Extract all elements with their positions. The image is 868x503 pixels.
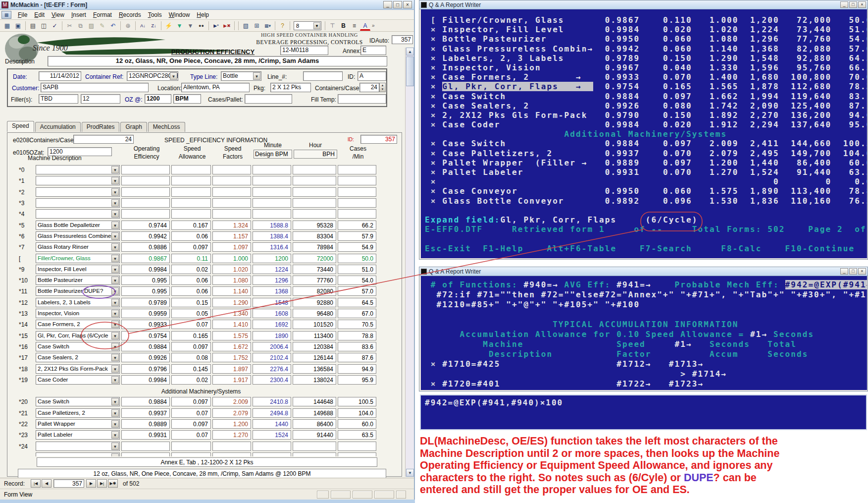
machine-desc-combo[interactable]: ▼: [36, 165, 120, 174]
maximize-button[interactable]: □: [393, 1, 402, 8]
tab-graph[interactable]: Graph: [120, 122, 147, 132]
cell-bpm[interactable]: 1440: [253, 419, 291, 429]
cell-bpm[interactable]: [253, 187, 291, 197]
cell-oe[interactable]: 0.9884: [121, 342, 170, 351]
cell-cpm[interactable]: 104.0: [338, 408, 376, 418]
cell-bpm[interactable]: 1316.4: [253, 242, 291, 252]
cell-cpm[interactable]: 94.9: [338, 364, 376, 374]
menu-records[interactable]: Records: [115, 10, 145, 19]
machine-desc-combo[interactable]: ▼: [36, 176, 120, 185]
cell-oe[interactable]: [121, 209, 170, 219]
cell-bpm[interactable]: 1588.8: [253, 221, 291, 230]
cell-sf[interactable]: 1.270: [212, 430, 251, 440]
cell-oe[interactable]: 0.9889: [121, 419, 170, 429]
chevron-down-icon[interactable]: ▼: [111, 243, 119, 251]
chevron-down-icon[interactable]: ▼: [111, 287, 119, 295]
cell-cpm[interactable]: 87.6: [338, 353, 376, 362]
cell-bph[interactable]: 126144: [293, 353, 336, 362]
machine-desc-combo[interactable]: ▼: [36, 187, 120, 197]
spelling-icon[interactable]: ✓: [50, 21, 60, 31]
close-button[interactable]: ×: [858, 1, 866, 8]
font-color-icon[interactable]: A: [360, 21, 370, 31]
help-icon[interactable]: ?: [277, 21, 288, 31]
cell-cpm[interactable]: 50.0: [338, 254, 376, 263]
cell-oe[interactable]: [121, 198, 170, 208]
properties-icon[interactable]: ▧: [241, 21, 251, 31]
first-record-button[interactable]: |◀: [31, 479, 41, 488]
center-icon[interactable]: ≡: [349, 21, 359, 31]
speed-id-field[interactable]: 357: [360, 135, 397, 144]
id-field[interactable]: A: [357, 71, 386, 81]
cell-bph[interactable]: [293, 452, 336, 456]
cell-sf[interactable]: 1.897: [212, 364, 251, 374]
chevron-down-icon[interactable]: ▼: [111, 365, 119, 373]
cell-sa[interactable]: 0.097: [171, 342, 211, 351]
title-bar[interactable]: M McMackin - [tE-EFF : Form] _ □ ×: [0, 0, 414, 10]
type-line-combo[interactable]: Bottle▼: [221, 71, 261, 81]
cell-sf[interactable]: 1.140: [212, 286, 251, 296]
cell-bpm[interactable]: 2410.8: [253, 397, 291, 406]
cell-oe[interactable]: [121, 442, 170, 451]
chevron-down-icon[interactable]: ▼: [111, 310, 119, 317]
cell-sa[interactable]: [171, 165, 211, 174]
cell-oe[interactable]: [121, 187, 170, 197]
cell-oe[interactable]: 0.9942: [121, 231, 170, 241]
chevron-down-icon[interactable]: ▼: [111, 398, 119, 405]
cell-bph[interactable]: 78984: [293, 242, 336, 252]
cell-bpm[interactable]: 1296: [253, 276, 291, 285]
cell-sa[interactable]: 0.07: [171, 320, 211, 329]
cell-oe[interactable]: 0.995: [121, 286, 170, 296]
chevron-down-icon[interactable]: ▼: [111, 166, 119, 173]
machine-desc-combo[interactable]: Bottle Pasteurizer▼: [36, 276, 120, 285]
cell-bpm[interactable]: 2494.8: [253, 408, 291, 418]
machine-desc-combo[interactable]: Glass Bottle Depalletizer▼: [36, 221, 120, 230]
machine-desc-combo[interactable]: 2, 2X12 Pks Gls Form-Pack▼: [36, 364, 120, 374]
machine-desc-combo[interactable]: ▼: [36, 198, 120, 208]
tab-accumulation[interactable]: Accumulation: [35, 122, 81, 132]
machine-desc-combo[interactable]: Glass Pressureless Combiner▼: [36, 231, 120, 241]
pkg-field[interactable]: 2 X 12 Pks: [270, 83, 311, 92]
cell-bph[interactable]: 149688: [293, 408, 336, 418]
cell-bpm[interactable]: 1548: [253, 298, 291, 307]
previous-record-button[interactable]: ◀: [42, 479, 51, 488]
paste-icon[interactable]: ▨: [86, 21, 97, 31]
cell-sf[interactable]: 1.157: [212, 231, 251, 241]
cell-sf[interactable]: 1.020: [212, 265, 251, 274]
chevron-down-icon[interactable]: ▼: [111, 343, 119, 350]
machine-desc-combo[interactable]: Inspector, Fill Level▼: [36, 265, 120, 274]
cell-cpm[interactable]: 100.5: [338, 397, 376, 406]
cell-oe[interactable]: [121, 452, 170, 456]
date-field[interactable]: 11/14/2012: [39, 71, 81, 81]
save-icon[interactable]: ▣: [13, 21, 23, 31]
cell-bpm[interactable]: 2276.4: [253, 364, 291, 374]
cell-cpm[interactable]: 95.9: [338, 375, 376, 385]
cell-oe[interactable]: 0.9754: [121, 331, 170, 340]
cell-sa[interactable]: 0.097: [171, 419, 211, 429]
customer-field[interactable]: SAPB: [41, 83, 149, 92]
minimize-button[interactable]: _: [840, 1, 848, 8]
cell-sa[interactable]: 0.11: [171, 254, 211, 263]
description-field[interactable]: 12 oz, Glass, NR, One Piece, Concave, 28…: [48, 56, 387, 66]
machine-desc-combo[interactable]: Inspector, Vision▼: [36, 309, 120, 318]
tab-speed[interactable]: Speed: [7, 121, 34, 132]
cell-bpm[interactable]: [253, 165, 291, 174]
chevron-down-icon[interactable]: ▼: [111, 299, 119, 306]
cell-sa[interactable]: [171, 209, 211, 219]
apply-filter-icon[interactable]: ▼: [185, 21, 196, 31]
annex-field[interactable]: E: [360, 46, 386, 55]
cell-sa[interactable]: [171, 452, 211, 456]
maximize-button[interactable]: □: [849, 1, 857, 8]
cell-oe[interactable]: 0.9926: [121, 353, 170, 362]
machine-desc-combo[interactable]: ▼: [36, 452, 120, 456]
cell-oe[interactable]: 0.9984: [121, 265, 170, 274]
hyperlink-icon[interactable]: ⊕: [123, 21, 133, 31]
line-number-field[interactable]: [303, 71, 343, 81]
qa-top-titlebar[interactable]: Q & A Report Writer _ □ ×: [419, 0, 868, 9]
cell-bph[interactable]: 72000: [293, 254, 336, 263]
cell-sf[interactable]: 1.200: [212, 419, 251, 429]
machine-desc-combo[interactable]: Case Formers, 2▼: [36, 320, 120, 329]
machine-desc-combo[interactable]: ▼: [36, 209, 120, 219]
cell-sf[interactable]: [212, 442, 251, 451]
new-object-icon[interactable]: ▦▾: [262, 21, 273, 31]
menu-file[interactable]: File: [14, 10, 31, 19]
